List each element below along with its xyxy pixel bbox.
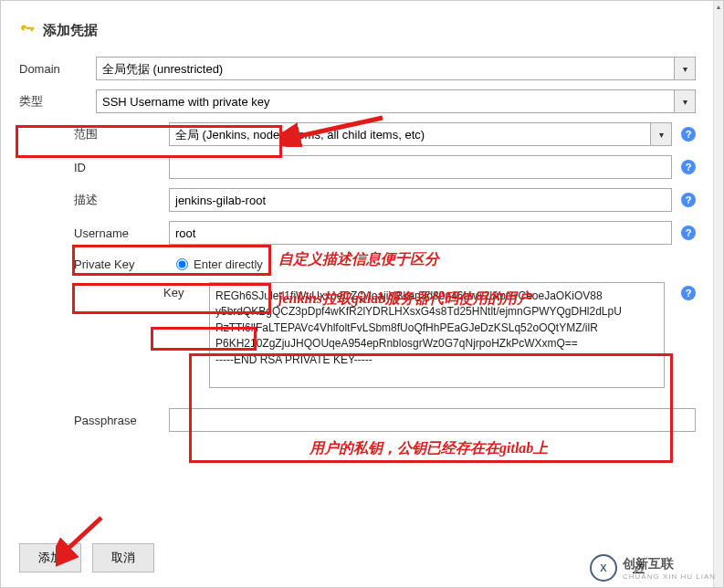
privatekey-textarea[interactable]	[209, 282, 665, 388]
page-title: 添加凭据	[43, 22, 98, 39]
help-icon[interactable]: ?	[681, 286, 696, 300]
brand-en: CHUANG XIN HU LIAN	[623, 572, 716, 581]
key-icon	[19, 21, 36, 40]
domain-select[interactable]: 全局凭据 (unrestricted)	[96, 57, 696, 80]
help-icon[interactable]: ?	[681, 226, 696, 240]
help-icon[interactable]: ?	[681, 127, 696, 142]
username-input[interactable]	[169, 221, 672, 245]
add-button[interactable]: 添加	[19, 543, 81, 572]
scope-label: 范围	[74, 126, 169, 142]
enter-directly-radio[interactable]	[176, 258, 188, 270]
id-input[interactable]	[169, 155, 672, 179]
help-icon[interactable]: ?	[681, 160, 696, 174]
description-input[interactable]	[169, 188, 672, 212]
key-label: Key	[163, 282, 200, 299]
passphrase-input[interactable]	[169, 408, 696, 432]
type-label: 类型	[19, 93, 96, 110]
scope-select[interactable]: 全局 (Jenkins, nodes, items, all child ite…	[169, 122, 672, 146]
privatekey-label: Private Key	[74, 257, 169, 271]
username-label: Username	[74, 226, 169, 240]
enter-directly-label: Enter directly	[194, 257, 263, 271]
type-select[interactable]: SSH Username with private key	[96, 89, 696, 113]
cancel-button[interactable]: 取消	[92, 543, 154, 572]
description-label: 描述	[74, 192, 169, 208]
domain-label: Domain	[19, 62, 96, 76]
help-icon[interactable]: ?	[681, 193, 696, 207]
passphrase-label: Passphrase	[74, 414, 169, 427]
brand-logo-icon: X	[590, 554, 617, 582]
scroll-up-icon: ▴	[714, 3, 723, 11]
id-label: ID	[74, 161, 169, 174]
vertical-scrollbar[interactable]: ▴	[713, 1, 723, 587]
watermark: X 创新互联 CHUANG XIN HU LIAN	[590, 554, 716, 582]
brand-cn: 创新互联	[623, 556, 716, 572]
